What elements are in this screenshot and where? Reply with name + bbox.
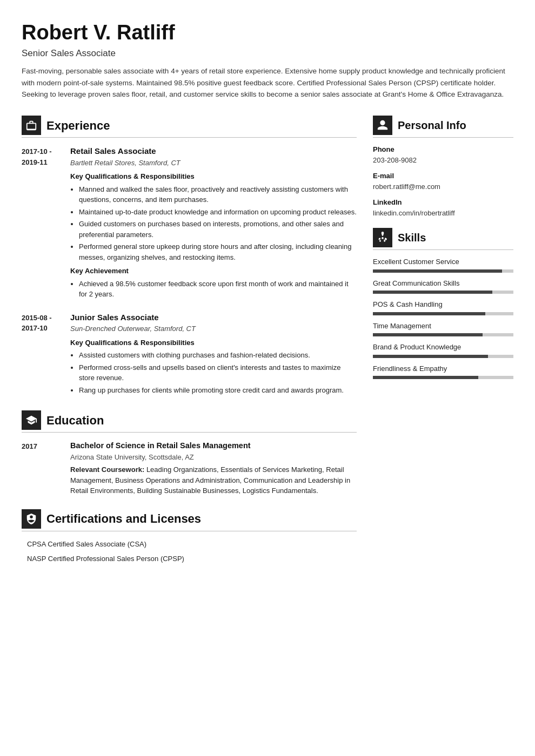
- bullet-2-2: Performed cross-sells and upsells based …: [79, 362, 357, 383]
- skill-bar-fill-4: [373, 355, 488, 358]
- education-header: Education: [22, 410, 357, 430]
- bullet-2-3: Rang up purchases for clients while prom…: [79, 385, 357, 396]
- skill-bar-bg-1: [373, 291, 513, 294]
- skill-item-0: Excellent Customer Service: [373, 256, 513, 273]
- skill-bar-bg-5: [373, 376, 513, 379]
- phone-value: 203-208-9082: [373, 155, 513, 166]
- experience-divider: [22, 137, 357, 138]
- edu-coursework-1: Relevant Coursework: Leading Organizatio…: [70, 464, 357, 496]
- resume-container: Robert V. Ratliff Senior Sales Associate…: [22, 22, 513, 577]
- job-dates-2: 2015-08 - 2017-10: [22, 312, 70, 398]
- achievement-1: Achieved a 98.5% customer feedback score…: [79, 279, 357, 300]
- side-column: Personal Info Phone 203-208-9082 E-mail …: [373, 116, 513, 577]
- skill-item-2: POS & Cash Handling: [373, 299, 513, 315]
- certifications-divider: [22, 531, 357, 531]
- email-value: robert.ratliff@me.com: [373, 181, 513, 192]
- briefcase-icon: [22, 116, 41, 135]
- job-company-2: Sun-Drenched Outerwear, Stamford, CT: [70, 323, 357, 334]
- education-section: Education 2017 Bachelor of Science in Re…: [22, 410, 357, 496]
- skills-header: Skills: [373, 228, 513, 247]
- job-block-2: 2015-08 - 2017-10 Junior Sales Associate…: [22, 312, 357, 398]
- certifications-title: Certifications and Licenses: [46, 510, 201, 528]
- cert-item-2: NASP Certified Professional Sales Person…: [22, 554, 357, 564]
- skills-section: Skills Excellent Customer Service Great …: [373, 228, 513, 379]
- job-block-1: 2017-10 - 2019-11 Retail Sales Associate…: [22, 145, 357, 302]
- edu-year-1: 2017: [22, 440, 70, 496]
- education-divider: [22, 432, 357, 433]
- skill-name-1: Great Communication Skills: [373, 278, 513, 289]
- skill-bar-fill-1: [373, 291, 492, 294]
- personal-info-section: Personal Info Phone 203-208-9082 E-mail …: [373, 116, 513, 218]
- skill-bar-fill-5: [373, 376, 478, 379]
- bullet-2-1: Assisted customers with clothing purchas…: [79, 350, 357, 361]
- header-title: Senior Sales Associate: [22, 46, 513, 60]
- experience-header: Experience: [22, 116, 357, 135]
- skill-bar-bg-2: [373, 312, 513, 315]
- cert-item-1: CPSA Certified Sales Associate (CSA): [22, 539, 357, 550]
- job-content-2: Junior Sales Associate Sun-Drenched Oute…: [70, 312, 357, 398]
- experience-title: Experience: [46, 117, 110, 134]
- skills-icon: [373, 228, 392, 247]
- job-company-1: Bartlett Retail Stores, Stamford, CT: [70, 158, 357, 168]
- education-title: Education: [46, 411, 104, 429]
- two-col-layout: Experience 2017-10 - 2019-11 Retail Sale…: [22, 116, 513, 577]
- job-title-1: Retail Sales Associate: [70, 145, 357, 158]
- skills-divider: [373, 249, 513, 250]
- header-summary: Fast-moving, personable sales associate …: [22, 65, 513, 100]
- job-quals-label-2: Key Qualifications & Responsibilities: [70, 338, 357, 348]
- person-icon: [373, 116, 392, 135]
- header-name: Robert V. Ratliff: [22, 22, 513, 44]
- job-quals-label-1: Key Qualifications & Responsibilities: [70, 171, 357, 182]
- email-label: E-mail: [373, 171, 513, 181]
- email-item: E-mail robert.ratliff@me.com: [373, 171, 513, 192]
- job-bullets-2: Assisted customers with clothing purchas…: [70, 350, 357, 395]
- linkedin-label: LinkedIn: [373, 197, 513, 208]
- certifications-header: Certifications and Licenses: [22, 509, 357, 529]
- phone-item: Phone 203-208-9082: [373, 144, 513, 165]
- skill-item-3: Time Management: [373, 321, 513, 337]
- job-achievement-bullets-1: Achieved a 98.5% customer feedback score…: [70, 279, 357, 300]
- edu-block-1: 2017 Bachelor of Science in Retail Sales…: [22, 440, 357, 496]
- skill-bar-bg-4: [373, 355, 513, 358]
- skill-name-5: Friendliness & Empathy: [373, 363, 513, 374]
- skill-name-0: Excellent Customer Service: [373, 256, 513, 267]
- bullet-1-4: Performed general store upkeep during st…: [79, 241, 357, 262]
- main-column: Experience 2017-10 - 2019-11 Retail Sale…: [22, 116, 357, 577]
- personal-info-header: Personal Info: [373, 116, 513, 135]
- job-title-2: Junior Sales Associate: [70, 312, 357, 324]
- graduation-icon: [22, 410, 41, 430]
- job-content-1: Retail Sales Associate Bartlett Retail S…: [70, 145, 357, 302]
- edu-degree-1: Bachelor of Science in Retail Sales Mana…: [70, 440, 357, 452]
- certifications-section: Certifications and Licenses CPSA Certifi…: [22, 509, 357, 564]
- header-section: Robert V. Ratliff Senior Sales Associate…: [22, 22, 513, 100]
- bullet-1-2: Maintained up-to-date product knowledge …: [79, 207, 357, 218]
- phone-label: Phone: [373, 144, 513, 155]
- job-bullets-1: Manned and walked the sales floor, proac…: [70, 184, 357, 263]
- linkedin-value: linkedin.com/in/robertratliff: [373, 208, 513, 219]
- personal-info-divider: [373, 137, 513, 138]
- job-dates-1: 2017-10 - 2019-11: [22, 145, 70, 302]
- skill-bar-fill-2: [373, 312, 485, 315]
- bullet-1-3: Guided customers on purchases based on i…: [79, 219, 357, 240]
- skill-name-3: Time Management: [373, 321, 513, 332]
- linkedin-item: LinkedIn linkedin.com/in/robertratliff: [373, 197, 513, 218]
- bullet-1-1: Manned and walked the sales floor, proac…: [79, 184, 357, 205]
- personal-info-title: Personal Info: [398, 117, 466, 133]
- cert-block: CPSA Certified Sales Associate (CSA) NAS…: [22, 539, 357, 564]
- edu-school-1: Arizona State University, Scottsdale, AZ: [70, 452, 357, 463]
- skill-item-5: Friendliness & Empathy: [373, 363, 513, 380]
- skill-bar-fill-3: [373, 333, 483, 336]
- skill-bar-bg-3: [373, 333, 513, 336]
- skill-item-4: Brand & Product Knowledge: [373, 342, 513, 358]
- skill-bar-fill-0: [373, 269, 502, 273]
- experience-section: Experience 2017-10 - 2019-11 Retail Sale…: [22, 116, 357, 397]
- edu-content-1: Bachelor of Science in Retail Sales Mana…: [70, 440, 357, 496]
- certificate-icon: [22, 509, 41, 529]
- skills-title: Skills: [398, 230, 426, 246]
- skills-list: Excellent Customer Service Great Communi…: [373, 256, 513, 379]
- skill-bar-bg-0: [373, 269, 513, 273]
- skill-name-4: Brand & Product Knowledge: [373, 342, 513, 353]
- skill-name-2: POS & Cash Handling: [373, 299, 513, 310]
- skill-item-1: Great Communication Skills: [373, 278, 513, 294]
- job-achievement-label-1: Key Achievement: [70, 266, 357, 276]
